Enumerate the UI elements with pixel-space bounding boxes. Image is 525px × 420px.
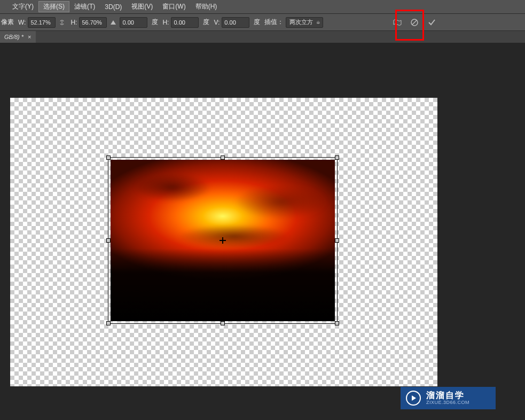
rotate-icon — [111, 20, 116, 25]
menu-type[interactable]: 文字(Y) — [7, 1, 38, 12]
menu-help[interactable]: 帮助(H) — [191, 1, 222, 12]
handle-bot-right[interactable] — [335, 321, 339, 325]
v-skew-label: V: — [214, 19, 220, 26]
degree-label-2: 度 — [203, 18, 209, 27]
document-tab[interactable]: GB/8) * × — [0, 31, 36, 43]
interp-value: 两次立方 — [289, 18, 313, 26]
width-input[interactable] — [28, 17, 56, 28]
h-label: H: — [70, 19, 77, 26]
h-skew-label: H: — [162, 19, 169, 26]
watermark-url: ZIXUE.3D66.COM — [426, 400, 469, 406]
warp-icon[interactable] — [392, 17, 403, 28]
link-icon[interactable] — [58, 18, 66, 27]
tab-title: GB/8) * — [4, 34, 23, 40]
cancel-icon[interactable] — [409, 17, 420, 28]
menu-3d[interactable]: 3D(D) — [100, 2, 127, 12]
v-skew-input[interactable] — [222, 17, 249, 28]
menu-bar: 文字(Y) 选择(S) 滤镜(T) 3D(D) 视图(V) 窗口(W) 帮助(H… — [0, 0, 525, 14]
h-skew-input[interactable] — [171, 17, 199, 28]
degree-label-3: 度 — [254, 18, 260, 27]
options-bar: 像素 W: H: 度 H: 度 V: 度 插值： 两次立方 ≑ — [0, 14, 525, 31]
interp-label: 插值： — [264, 18, 284, 27]
interpolation-select[interactable]: 两次立方 ≑ — [286, 17, 323, 28]
menu-window[interactable]: 窗口(W) — [158, 1, 190, 12]
select-arrow-icon: ≑ — [316, 20, 320, 25]
w-label: W: — [18, 19, 26, 26]
close-tab-icon[interactable]: × — [28, 34, 31, 40]
menu-view[interactable]: 视图(V) — [127, 1, 158, 12]
handle-mid-left[interactable] — [106, 238, 111, 243]
document-canvas[interactable] — [10, 98, 437, 386]
rotate-input[interactable] — [120, 17, 147, 28]
svg-line-1 — [412, 20, 417, 25]
handle-bot-left[interactable] — [106, 321, 111, 325]
watermark: 溜溜自学 ZIXUE.3D66.COM — [401, 387, 496, 409]
handle-mid-right[interactable] — [335, 238, 339, 243]
handle-top-right[interactable] — [335, 155, 339, 160]
handle-top-mid[interactable] — [221, 155, 225, 160]
menu-select[interactable]: 选择(S) — [38, 1, 69, 12]
tab-bar: GB/8) * × — [0, 31, 525, 43]
commit-icon[interactable] — [426, 17, 437, 28]
transform-selection[interactable] — [108, 157, 338, 324]
canvas-area — [0, 43, 525, 420]
pixel-label: 像素 — [1, 18, 14, 27]
handle-top-left[interactable] — [106, 155, 111, 160]
handle-bot-mid[interactable] — [221, 321, 225, 325]
play-icon — [406, 391, 421, 406]
center-point-icon[interactable] — [220, 237, 226, 244]
height-input[interactable] — [79, 17, 107, 28]
watermark-title: 溜溜自学 — [426, 391, 469, 400]
degree-label-1: 度 — [152, 18, 158, 27]
menu-filter[interactable]: 滤镜(T) — [69, 1, 100, 12]
